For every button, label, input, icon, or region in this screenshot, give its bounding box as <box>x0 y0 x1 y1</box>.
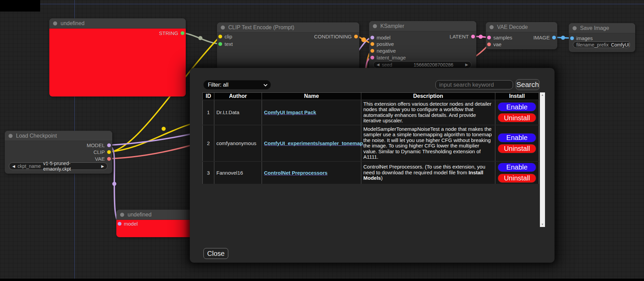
column-header-author: Author <box>214 93 262 100</box>
wire-dot-string[interactable] <box>198 36 202 40</box>
output-label: CONDITIONING <box>314 34 352 39</box>
node-status-dot <box>490 25 494 29</box>
node-title: Load Checkpoint <box>16 133 57 139</box>
node-vae-decode[interactable]: VAE Decode samples vae IMAGE <box>486 22 557 49</box>
output-label: IMAGE <box>533 35 550 40</box>
extension-row: 3Fannovel16ControlNet PreprocessorsContr… <box>203 161 539 184</box>
node-save-image[interactable]: Save Image images filename_prefix ComfyU… <box>569 23 635 52</box>
input-dot-samples[interactable] <box>487 36 491 39</box>
input-dot-vae[interactable] <box>487 42 491 46</box>
cell-author: Dr.Lt.Data <box>214 100 262 125</box>
search-input[interactable] <box>435 80 513 89</box>
input-dot-model[interactable] <box>370 36 374 39</box>
filename-prefix-widget[interactable]: filename_prefix ComfyUI <box>573 41 630 48</box>
node-status-dot <box>9 134 13 138</box>
node-title-bar[interactable]: Load Checkpoint <box>5 131 112 141</box>
cell-id: 2 <box>203 125 214 161</box>
enable-button[interactable]: Enable <box>498 163 536 172</box>
widget-increment-icon[interactable]: ▶ <box>101 164 104 169</box>
table-scrollbar[interactable]: ▲ ▼ <box>540 92 545 227</box>
extension-link[interactable]: ComfyUI Impact Pack <box>264 109 316 115</box>
seed-widget[interactable]: ◀ seed 156680208700286 ▶ <box>373 61 472 68</box>
input-dot-positive[interactable] <box>370 42 374 46</box>
extension-row: 1Dr.Lt.DataComfyUI Impact PackThis exten… <box>203 100 539 125</box>
scrollbar-down-icon[interactable]: ▼ <box>540 223 545 226</box>
input-dot-images[interactable] <box>570 36 574 40</box>
output-dot-string[interactable] <box>181 31 184 35</box>
cell-description: ControlNet Preprocessors. (To use this e… <box>361 161 495 184</box>
wire-dot-clip[interactable] <box>162 127 166 131</box>
extension-row: 2comfyanonymousComfyUI_experiments/sampl… <box>203 125 539 161</box>
node-status-dot <box>373 24 377 28</box>
output-dot-conditioning[interactable] <box>354 35 358 38</box>
output-label: VAE <box>95 156 105 162</box>
widget-value: ComfyUI <box>611 42 629 48</box>
uninstall-button[interactable]: Uninstall <box>498 144 536 153</box>
node-body: images filename_prefix ComfyUI <box>569 33 635 52</box>
input-label: vae <box>493 41 501 47</box>
uninstall-button[interactable]: Uninstall <box>498 113 536 122</box>
cell-id: 1 <box>203 100 214 125</box>
node-title: undefined <box>61 20 84 27</box>
node-title-bar[interactable]: KSampler <box>369 21 476 31</box>
output-dot-image[interactable] <box>552 36 556 39</box>
node-title: undefined <box>128 212 151 218</box>
enable-button[interactable]: Enable <box>498 133 536 142</box>
input-label: positive <box>377 41 394 47</box>
column-header-install: Install <box>495 93 539 100</box>
enable-button[interactable]: Enable <box>498 102 536 111</box>
cell-author: comfyanonymous <box>214 125 262 161</box>
input-dot-latent-image[interactable] <box>370 56 374 59</box>
scrollbar-up-icon[interactable]: ▲ <box>540 93 545 96</box>
custom-nodes-manager-dialog: Filter: all Search IDAuthorNameDescripti… <box>190 68 555 263</box>
node-body: samples vae IMAGE <box>486 32 557 49</box>
extension-link[interactable]: ControlNet Preprocessors <box>264 170 328 176</box>
close-button[interactable]: Close <box>203 248 228 259</box>
input-label: model <box>377 35 391 40</box>
input-dot-negative[interactable] <box>370 49 374 53</box>
node-status-dot <box>120 213 124 217</box>
widget-increment-icon[interactable]: ▶ <box>465 63 468 67</box>
node-body: MODEL CLIP VAE ◀ ckpt_name v1-5-pruned-e… <box>5 141 112 174</box>
node-undefined-1[interactable]: undefined STRING <box>49 18 186 96</box>
canvas-corner-mask <box>0 0 40 12</box>
cell-install: EnableUninstall <box>495 125 539 161</box>
search-button[interactable]: Search <box>516 79 540 90</box>
widget-decrement-icon[interactable]: ◀ <box>377 63 379 67</box>
output-dot-model[interactable] <box>107 143 111 147</box>
wire-dot-conditioning[interactable] <box>361 37 366 42</box>
node-ksampler[interactable]: KSampler model positive negative latent_… <box>369 21 476 70</box>
wire-dot-image[interactable] <box>561 36 565 40</box>
input-dot-model[interactable] <box>118 222 121 226</box>
node-title-bar[interactable]: VAE Decode <box>486 22 557 32</box>
output-dot-clip[interactable] <box>107 150 111 154</box>
input-label: clip <box>225 34 232 39</box>
canvas-bottom-edge <box>0 279 644 281</box>
extension-table-header-row: IDAuthorNameDescriptionInstall <box>203 93 539 100</box>
widget-decrement-icon[interactable]: ◀ <box>12 164 15 169</box>
column-header-id: ID <box>203 93 214 100</box>
ckpt-name-widget[interactable]: ◀ ckpt_name v1-5-pruned-emaonly.ckpt ▶ <box>9 162 108 170</box>
column-header-description: Description <box>361 93 495 100</box>
cell-install: EnableUninstall <box>495 100 539 125</box>
output-label: STRING <box>159 30 178 36</box>
wire-dot-latent[interactable] <box>479 35 483 39</box>
uninstall-button[interactable]: Uninstall <box>498 174 536 183</box>
output-dot-vae[interactable] <box>107 157 111 161</box>
node-title: KSampler <box>380 23 404 29</box>
cell-name: ControlNet Preprocessors <box>262 161 361 184</box>
extension-link[interactable]: ComfyUI_experiments/sampler_tonemap <box>264 140 363 146</box>
filter-select[interactable]: Filter: all <box>203 80 271 89</box>
node-status-dot <box>573 26 577 30</box>
node-body: STRING <box>49 29 186 96</box>
node-load-checkpoint[interactable]: Load Checkpoint MODEL CLIP VAE ◀ ckpt_na… <box>5 131 112 174</box>
node-title-bar[interactable]: undefined <box>49 18 186 29</box>
input-dot-text[interactable] <box>218 42 222 46</box>
node-title-bar[interactable]: Save Image <box>569 23 635 33</box>
input-label: latent_image <box>377 55 406 60</box>
filter-select-value: Filter: all <box>208 82 228 88</box>
output-dot-latent[interactable] <box>471 35 475 38</box>
wire-dot-model[interactable] <box>112 182 116 186</box>
input-dot-clip[interactable] <box>218 35 222 38</box>
node-title-bar[interactable]: CLIP Text Encode (Prompt) <box>217 22 359 33</box>
